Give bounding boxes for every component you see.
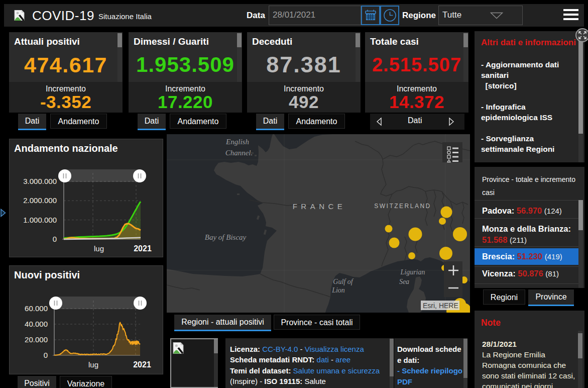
svg-text:English: English xyxy=(225,138,249,146)
svg-text:2021: 2021 xyxy=(134,244,152,253)
svg-text:Channel.: Channel. xyxy=(225,149,253,157)
svg-text:2.000.000: 2.000.000 xyxy=(23,196,57,205)
svg-text:Ligurian: Ligurian xyxy=(400,268,425,276)
svg-text:Lion: Lion xyxy=(331,286,345,294)
svg-text:Gulf of: Gulf of xyxy=(333,278,354,285)
svg-text:0: 0 xyxy=(44,351,48,359)
svg-text:FRANCE: FRANCE xyxy=(293,202,346,211)
svg-text:20.000: 20.000 xyxy=(25,335,48,344)
svg-text:40.000: 40.000 xyxy=(25,320,48,328)
svg-text:SWITZERLAND: SWITZERLAND xyxy=(374,203,431,210)
svg-text:3.000.000: 3.000.000 xyxy=(23,177,57,185)
svg-text:Esri, HERE: Esri, HERE xyxy=(423,302,458,310)
svg-text:lug: lug xyxy=(88,360,98,369)
svg-text:0: 0 xyxy=(53,235,57,243)
svg-text:Sea: Sea xyxy=(399,278,409,285)
svg-text:Bay of Biscay: Bay of Biscay xyxy=(205,233,247,241)
svg-text:lug: lug xyxy=(94,244,104,253)
svg-text:1.000.000: 1.000.000 xyxy=(23,216,57,224)
svg-text:60.000: 60.000 xyxy=(25,304,48,313)
svg-text:2021: 2021 xyxy=(133,360,151,369)
